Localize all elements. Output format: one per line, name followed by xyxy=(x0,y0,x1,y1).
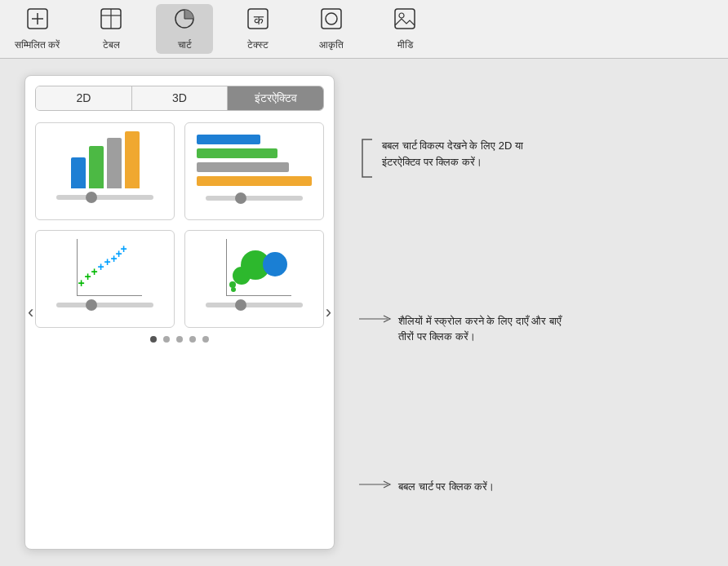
tab-interactive[interactable]: इंटरऐक्टिव xyxy=(228,86,323,110)
scatter-chart: + + + + + + + + xyxy=(69,239,142,296)
horizontal-bar-chart xyxy=(193,131,315,189)
page-dot-4[interactable] xyxy=(189,336,196,343)
media-icon xyxy=(393,7,416,36)
arrow-line-icon-3 xyxy=(359,479,392,490)
shape-icon xyxy=(320,7,343,36)
toolbar-text[interactable]: क टेक्स्ट xyxy=(229,4,286,54)
scatter-chart-cell[interactable]: + + + + + + + + xyxy=(35,230,175,328)
chart-grid: + + + + + + + + xyxy=(35,122,324,328)
toolbar-media-label: मीडि xyxy=(397,39,413,51)
toolbar-table-label: टेबल xyxy=(103,39,120,51)
page-dot-1[interactable] xyxy=(150,336,157,343)
svg-text:क: क xyxy=(253,13,264,27)
chart4-slider[interactable] xyxy=(206,303,303,307)
arrow-line-icon-2 xyxy=(359,313,392,325)
annotation-3-text: बबल चार्ट पर क्लिक करें। xyxy=(398,479,495,495)
annotation-2-text: शैलियों में स्क्रोल करने के लिए दाएँ और … xyxy=(398,313,578,345)
page-dot-2[interactable] xyxy=(163,336,170,343)
tab-2d[interactable]: 2D xyxy=(36,86,132,110)
svg-point-12 xyxy=(326,13,337,24)
toolbar-chart[interactable]: चार्ट xyxy=(156,4,213,54)
toolbar-media[interactable]: मीडि xyxy=(376,4,433,54)
svg-rect-11 xyxy=(322,9,341,29)
bubble-chart xyxy=(218,239,291,296)
toolbar-shape[interactable]: आकृति xyxy=(303,4,360,54)
chart-icon xyxy=(173,7,196,36)
main-area: 2D 3D इंटरऐक्टिव ‹ xyxy=(0,59,728,566)
toolbar-shape-label: आकृति xyxy=(319,39,344,51)
annotation-1: बबल चार्ट विकल्प देखने के लिए 2D या इंटर… xyxy=(359,138,712,179)
nav-right-arrow[interactable]: › xyxy=(319,295,338,329)
chart2-slider[interactable] xyxy=(206,196,303,201)
page-dots xyxy=(35,336,324,343)
annotation-3: बबल चार्ट पर क्लिक करें। xyxy=(359,479,712,495)
toolbar-text-label: टेक्स्ट xyxy=(247,39,269,51)
chart-type-tabs: 2D 3D इंटरऐक्टिव xyxy=(35,86,324,111)
nav-left-arrow[interactable]: ‹ xyxy=(21,295,40,329)
insert-icon xyxy=(26,7,49,36)
chart-picker-panel: 2D 3D इंटरऐक्टिव ‹ xyxy=(24,75,335,550)
svg-point-14 xyxy=(399,13,404,18)
chart1-slider[interactable] xyxy=(56,195,153,200)
toolbar-table[interactable]: टेबल xyxy=(82,4,140,54)
chart3-slider[interactable] xyxy=(56,303,153,307)
toolbar-insert-label: सम्मिलित करें xyxy=(15,39,60,51)
toolbar: सम्मिलित करें टेबल चार्ट क xyxy=(0,0,728,59)
svg-rect-13 xyxy=(395,9,415,29)
bubble-chart-cell[interactable] xyxy=(184,230,324,328)
page-dot-3[interactable] xyxy=(176,336,183,343)
annotation-2: शैलियों में स्क्रोल करने के लिए दाएँ और … xyxy=(359,313,712,345)
vertical-bar-chart-cell[interactable] xyxy=(35,122,175,220)
toolbar-insert[interactable]: सम्मिलित करें xyxy=(8,4,66,54)
horizontal-bar-chart-cell[interactable] xyxy=(184,122,324,220)
annotations-panel: बबल चार्ट विकल्प देखने के लिए 2D या इंटर… xyxy=(335,59,728,566)
annotation-1-text: बबल चार्ट विकल्प देखने के लिए 2D या इंटर… xyxy=(382,138,562,170)
vertical-bar-chart xyxy=(71,131,140,188)
page-dot-5[interactable] xyxy=(202,336,209,343)
toolbar-chart-label: चार्ट xyxy=(178,39,192,51)
text-icon: क xyxy=(246,7,269,36)
bracket-icon-1 xyxy=(359,138,375,179)
tab-3d[interactable]: 3D xyxy=(132,86,229,110)
table-icon xyxy=(100,7,122,36)
